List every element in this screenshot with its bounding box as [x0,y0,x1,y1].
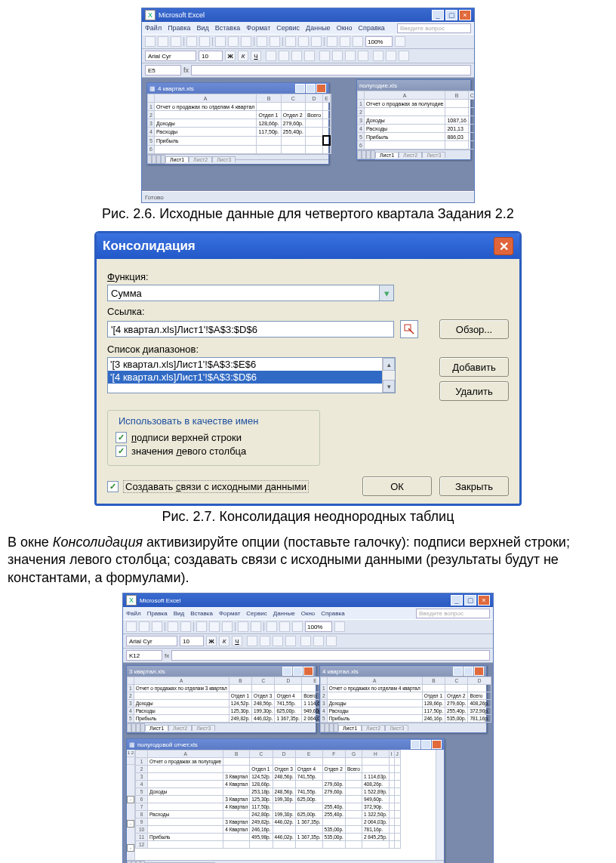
italic-button[interactable]: К [219,636,229,646]
format-button[interactable] [260,636,270,646]
help-search-input[interactable]: Введите вопрос [416,609,490,618]
sheet-tab[interactable]: Лист1 [375,152,399,158]
italic-button[interactable]: К [238,51,248,61]
menu-item[interactable]: Вид [174,610,184,617]
scrollbar-horizontal[interactable] [236,159,328,160]
format-button[interactable] [373,51,383,61]
maximize-button[interactable]: ▢ [445,10,457,20]
menu-item[interactable]: Правка [168,24,190,32]
checkbox-create-links[interactable]: ✓ Создавать связи с исходными данными [107,480,309,493]
toolbar-button[interactable] [215,36,226,47]
sheet-tab[interactable]: Лист2 [399,152,422,158]
formula-input[interactable] [191,65,471,76]
toolbar-button[interactable] [311,36,322,47]
minimize-button[interactable] [282,667,292,676]
close-button[interactable] [316,84,326,93]
menu-item[interactable]: Сервис [276,24,300,32]
checkbox-left-col[interactable]: ✓ значения левого столбца [116,445,312,457]
sheet-tab[interactable]: Лист2 [362,725,385,731]
menu-item[interactable]: Справка [321,610,344,617]
toolbar-button[interactable] [186,36,197,47]
toolbar-button[interactable] [222,621,233,632]
minimize-button[interactable]: _ [432,10,444,20]
toolbar-button[interactable] [266,621,277,632]
name-box[interactable]: E5 [145,65,181,76]
tab-nav[interactable] [357,150,375,159]
checkbox-icon[interactable]: ✓ [116,432,127,443]
toolbar-button[interactable] [340,36,350,47]
workbook-titlebar[interactable]: ▦ полугодовой отчет.xls [127,739,444,750]
close-button[interactable] [432,740,442,749]
toolbar-button[interactable] [199,36,210,47]
menu-item[interactable]: Вставка [215,24,240,32]
zoom-combo[interactable]: 100% [365,36,393,47]
toolbar-button[interactable] [279,621,290,632]
tab-nav[interactable] [127,723,145,732]
bold-button[interactable]: Ж [206,636,217,646]
format-button[interactable] [326,636,337,646]
sheet-tab[interactable]: Лист3 [422,152,445,158]
list-item[interactable]: '[3 квартал.xls]Лист1'!$A$3:$E$6 [108,358,395,371]
range-listbox[interactable]: '[3 квартал.xls]Лист1'!$A$3:$E$6 '[4 ква… [107,357,396,393]
toolbar-button[interactable] [228,36,239,47]
delete-button[interactable]: Удалить [439,381,509,401]
format-button[interactable] [386,51,396,61]
scroll-up-icon[interactable]: ▴ [383,358,395,371]
list-item[interactable]: '[4 квартал.xls]Лист1'!$A$3:$D$6 [108,371,395,384]
scrollbar-vertical[interactable] [331,94,331,154]
minimize-button[interactable]: _ [451,595,463,606]
formula-input[interactable] [171,650,490,661]
sheet-tab[interactable]: Лист2 [189,156,212,162]
align-button[interactable] [266,51,276,61]
format-button[interactable] [358,51,368,61]
sheet-tab[interactable]: Лист1 [338,725,362,731]
checkbox-icon[interactable]: ✓ [116,445,127,457]
format-button[interactable] [332,51,343,61]
menu-item[interactable]: Вставка [190,610,213,617]
maximize-button[interactable] [421,740,431,749]
menu-item[interactable]: Данные [273,610,295,617]
tab-nav[interactable] [147,155,165,164]
format-button[interactable] [300,636,311,646]
sheet-tab[interactable]: Лист1 [145,725,168,731]
align-button[interactable] [279,51,289,61]
chevron-down-icon[interactable]: ▾ [379,285,393,301]
workbook-titlebar[interactable]: 4 квартал.xls [320,666,486,677]
help-search-input[interactable]: Введите вопрос [397,23,471,33]
spreadsheet-grid[interactable]: ABCDEFGHIJ1Отчет о продажах за полугодие… [135,750,401,849]
toolbar-button[interactable] [334,621,345,632]
function-combo[interactable]: ▾ [107,285,394,301]
menu-item[interactable]: Вид [197,24,209,32]
sheet-tab[interactable]: Лист2 [168,725,192,731]
sheet-tab[interactable]: Лист3 [385,725,408,731]
function-value[interactable] [107,285,394,301]
menu-item[interactable]: Файл [145,24,162,32]
maximize-button[interactable] [293,667,303,676]
reference-input[interactable] [107,321,394,337]
toolbar-button[interactable] [171,36,181,47]
align-button[interactable] [304,51,315,61]
toolbar-button[interactable] [126,621,137,632]
sheet-tab[interactable]: Лист3 [212,156,236,162]
menu-item[interactable]: Формат [246,24,270,32]
fx-label[interactable]: fx [183,66,189,74]
outline-column[interactable]: 1 2--- [127,750,135,860]
checkbox-icon[interactable]: ✓ [107,481,119,492]
toolbar-button[interactable] [145,36,156,47]
close-button[interactable]: × [459,10,471,20]
toolbar-button[interactable] [292,621,303,632]
spreadsheet-grid[interactable]: ABCD1Отчет о продажах за полугодие23Дохо… [357,91,474,149]
sheet-tab[interactable]: Лист1 [165,156,189,162]
format-button[interactable] [345,51,356,61]
checkbox-top-row[interactable]: ✓ подписи верхней строки [116,432,312,443]
align-button[interactable] [291,51,302,61]
toolbar-button[interactable] [327,36,337,47]
tab-nav[interactable] [320,723,338,732]
maximize-button[interactable] [464,667,473,676]
font-size-combo[interactable]: 10 [180,636,204,646]
spreadsheet-grid[interactable]: ABCDE1Отчет о продажах по отделам 4 квар… [147,94,331,154]
scrollbar-vertical[interactable] [436,750,444,860]
menu-item[interactable]: Справка [359,24,385,32]
menu-item[interactable]: Окно [337,24,353,32]
dialog-titlebar[interactable]: Консолидация ✕ [97,233,519,259]
